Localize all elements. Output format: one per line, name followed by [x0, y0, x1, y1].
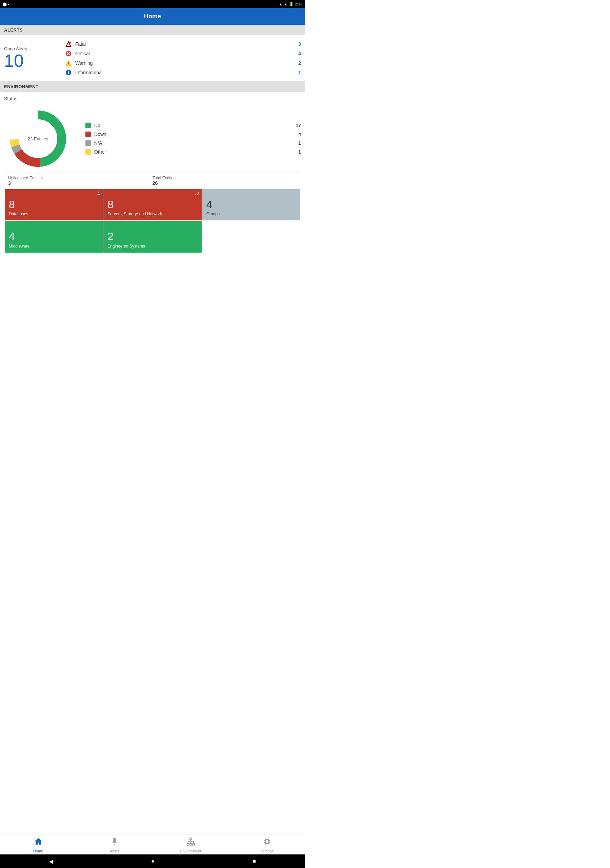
fatal-icon: [65, 41, 72, 48]
na-label: N/A: [94, 140, 291, 146]
environment-section-header: ENVIRONMENT: [0, 81, 305, 92]
informational-label: Informational: [75, 70, 294, 75]
wifi-icon: ▲: [279, 2, 283, 6]
tile-groups[interactable]: 4 Groups: [202, 189, 300, 220]
circle-icon: ⬤: [3, 2, 7, 6]
status-legend: Up 17 Down 4 N/A 1 Other 1: [72, 121, 301, 156]
environment-section: Status 23 Entities: [0, 92, 305, 257]
tile-engineered-systems[interactable]: 2 Engineered Systems: [103, 221, 201, 252]
warning-label: Warning: [75, 60, 294, 66]
donut-svg: [4, 105, 72, 173]
informational-icon: i: [65, 69, 72, 76]
open-alerts-count: 10: [4, 51, 51, 71]
total-count: 26: [153, 180, 297, 186]
tile-databases-badge: ↓1: [96, 191, 100, 195]
unlicensed-label: Unlicensed Entities: [8, 176, 153, 180]
open-alerts-label: Open Alerts: [4, 46, 51, 51]
legend-row-na[interactable]: N/A 1: [85, 139, 301, 147]
tile-servers[interactable]: ↓3 8 Servers, Storage and Network: [103, 189, 201, 220]
tile-databases-count: 8: [9, 198, 99, 211]
tile-databases-label: Databases: [9, 212, 99, 216]
total-label: Total Entities: [153, 176, 297, 180]
tile-servers-label: Servers, Storage and Network: [107, 212, 197, 216]
legend-row-other[interactable]: Other 1: [85, 147, 301, 156]
donut-chart: 23 Entities: [4, 105, 72, 173]
tile-servers-count: 8: [107, 198, 197, 211]
unlicensed-count: 3: [8, 180, 153, 186]
down-color-dot: [85, 132, 91, 137]
status-bar: ⬤ ▪ ▲ ▲ 🔋 2:13: [0, 0, 305, 8]
critical-count: 4: [294, 51, 301, 56]
up-count: 17: [291, 123, 301, 128]
tile-middleware[interactable]: 4 Middleware: [5, 221, 103, 252]
alert-row-informational[interactable]: i Informational 1: [65, 68, 301, 77]
status-content: 23 Entities Up 17 Down 4 N/A 1 Other: [4, 105, 301, 173]
alerts-legend: Fatal 3 Critical 4 ! Warni: [51, 39, 301, 77]
tile-groups-label: Groups: [206, 212, 296, 216]
na-count: 1: [291, 140, 301, 146]
critical-icon: [65, 50, 72, 57]
down-count: 4: [291, 132, 301, 137]
tile-databases[interactable]: ↓1 8 Databases: [5, 189, 103, 220]
na-color-dot: [85, 140, 91, 146]
alerts-section-header: ALERTS: [0, 25, 305, 35]
entity-stats: Unlicensed Entities 3 Total Entities 26: [4, 173, 301, 189]
unlicensed-entities-block: Unlicensed Entities 3: [8, 176, 153, 186]
tile-groups-count: 4: [206, 198, 296, 211]
time-display: 2:13: [295, 2, 302, 6]
tile-engineered-label: Engineered Systems: [107, 244, 197, 248]
battery-icon: 🔋: [289, 2, 294, 6]
tile-middleware-label: Middleware: [9, 244, 99, 248]
alert-row-warning[interactable]: ! Warning 2: [65, 58, 301, 68]
status-bar-left: ⬤ ▪: [3, 2, 9, 6]
battery-small-icon: ▪: [8, 2, 9, 6]
status-bar-right: ▲ ▲ 🔋 2:13: [279, 2, 302, 6]
tile-servers-badge: ↓3: [195, 191, 199, 195]
alert-row-fatal[interactable]: Fatal 3: [65, 39, 301, 49]
svg-text:!: !: [68, 62, 69, 66]
signal-icon: ▲: [284, 2, 288, 6]
other-label: Other: [94, 149, 291, 155]
tile-engineered-count: 2: [107, 230, 197, 243]
environment-status-label: Status: [4, 96, 301, 101]
warning-count: 2: [294, 60, 301, 66]
down-label: Down: [94, 132, 291, 137]
svg-text:i: i: [68, 71, 69, 75]
other-color-dot: [85, 149, 91, 155]
up-label: Up: [94, 123, 291, 128]
informational-count: 1: [294, 70, 301, 75]
total-entities-block: Total Entities 26: [153, 176, 297, 186]
warning-icon: !: [65, 60, 72, 67]
tile-middleware-count: 4: [9, 230, 99, 243]
legend-row-down[interactable]: Down 4: [85, 130, 301, 139]
page-title: Home: [144, 13, 161, 20]
alert-row-critical[interactable]: Critical 4: [65, 49, 301, 58]
fatal-count: 3: [294, 41, 301, 47]
open-alerts-block: Open Alerts 10: [4, 46, 51, 71]
up-color-dot: [85, 123, 91, 128]
fatal-label: Fatal: [75, 41, 294, 47]
tiles-grid: ↓1 8 Databases ↓3 8 Servers, Storage and…: [4, 189, 301, 253]
top-bar: Home: [0, 8, 305, 25]
alerts-section: Open Alerts 10 Fatal 3: [0, 35, 305, 81]
other-count: 1: [291, 149, 301, 155]
legend-row-up[interactable]: Up 17: [85, 121, 301, 130]
critical-label: Critical: [75, 51, 294, 56]
